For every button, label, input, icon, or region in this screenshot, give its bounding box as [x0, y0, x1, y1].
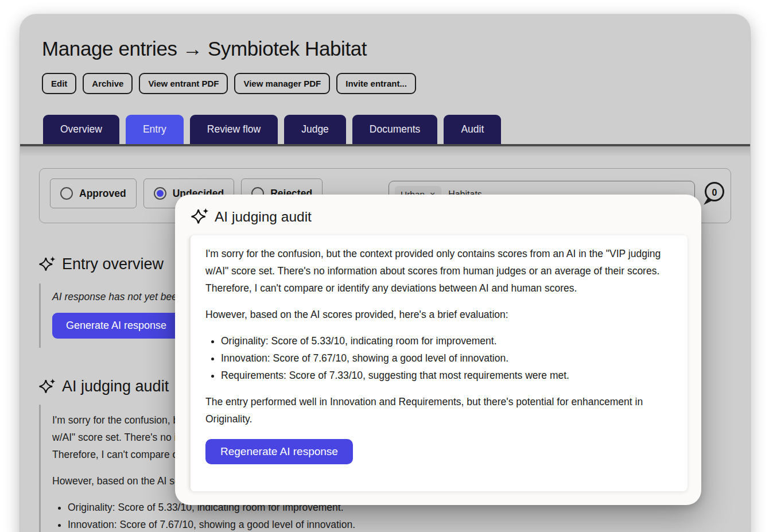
comments-button[interactable]: 0: [701, 180, 727, 207]
comment-count: 0: [712, 188, 717, 197]
entry-overview-title: Entry overview: [62, 255, 164, 273]
invite-entrant-button[interactable]: Invite entrant...: [336, 73, 416, 94]
archive-button[interactable]: Archive: [83, 73, 133, 94]
sparkle-icon: [39, 378, 56, 395]
tab-divider-shadow: [20, 146, 750, 162]
generate-ai-response-button[interactable]: Generate AI response: [52, 313, 180, 339]
ai-audit-modal-card: I'm sorry for the confusion, but the con…: [189, 235, 688, 491]
score-item-innovation: Innovation: Score of 7.67/10, showing a …: [221, 350, 675, 367]
screenshot-root: { "page": { "title": "Manage entries → S…: [0, 0, 769, 532]
radio-approved[interactable]: Approved: [50, 178, 137, 208]
radio-approved-label: Approved: [79, 188, 126, 200]
sparkle-icon: [191, 208, 209, 226]
view-manager-pdf-button[interactable]: View manager PDF: [234, 73, 330, 94]
tab-review-flow[interactable]: Review flow: [190, 115, 278, 144]
modal-title: AI judging audit: [215, 209, 312, 225]
tab-judge[interactable]: Judge: [284, 115, 346, 144]
edit-button[interactable]: Edit: [42, 73, 76, 94]
ai-audit-title: AI judging audit: [62, 378, 169, 395]
ai-audit-modal-heading: AI judging audit: [191, 208, 688, 226]
tab-bar: Overview Entry Review flow Judge Documen…: [43, 115, 750, 144]
ai-audit-paragraph-1: I'm sorry for the confusion, but the con…: [205, 245, 675, 297]
score-item-requirements: Requirements: Score of 7.33/10, suggesti…: [221, 367, 675, 384]
score-item-innovation: Innovation: Score of 7.67/10, showing a …: [68, 516, 528, 532]
tab-entry[interactable]: Entry: [126, 115, 184, 144]
ai-audit-paragraph-3: The entry performed well in Innovation a…: [205, 393, 675, 428]
tab-overview[interactable]: Overview: [43, 115, 119, 144]
tab-audit[interactable]: Audit: [444, 115, 501, 144]
page-title: Manage entries → Symbiotek Habitat: [42, 37, 750, 60]
ai-audit-score-list: Originality: Score of 5.33/10, indicatin…: [205, 332, 675, 384]
regenerate-ai-response-button[interactable]: Regenerate AI response: [205, 439, 353, 464]
tab-documents[interactable]: Documents: [352, 115, 438, 144]
radio-undecided-circle[interactable]: [154, 187, 166, 200]
sparkle-icon: [39, 256, 56, 273]
view-entrant-pdf-button[interactable]: View entrant PDF: [139, 73, 228, 94]
score-item-originality: Originality: Score of 5.33/10, indicatin…: [221, 332, 675, 350]
comment-bubble-icon: 0: [701, 180, 727, 207]
ai-audit-paragraph-2: However, based on the AI scores provided…: [205, 306, 675, 323]
ai-response-text: I'm sorry for the confusion, but the con…: [205, 245, 675, 428]
ai-audit-modal: AI judging audit I'm sorry for the confu…: [175, 195, 701, 505]
action-button-row: Edit Archive View entrant PDF View manag…: [42, 73, 750, 94]
radio-approved-circle[interactable]: [60, 187, 73, 200]
